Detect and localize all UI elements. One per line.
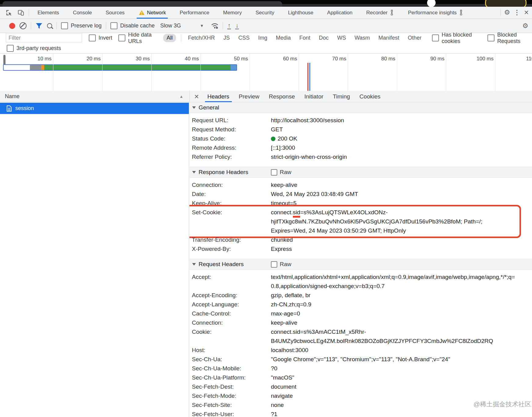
header-value: keep-alive bbox=[271, 180, 515, 190]
header-value: 200 OK bbox=[271, 134, 515, 143]
ruler-tick-label: 20 ms bbox=[87, 56, 101, 62]
clear-icon[interactable] bbox=[20, 22, 27, 29]
checkbox[interactable] bbox=[61, 22, 68, 29]
tab-console[interactable]: Console bbox=[73, 7, 92, 19]
raw-toggle[interactable]: Raw bbox=[271, 261, 291, 268]
browser-tab[interactable] bbox=[2, 1, 282, 7]
section-header-request-headers[interactable]: Request HeadersRaw bbox=[189, 259, 532, 270]
header-value: ?0 bbox=[271, 364, 515, 373]
header-name: Set-Cookie: bbox=[192, 208, 271, 235]
tab-performance-insights[interactable]: Performance insights bbox=[408, 7, 463, 19]
filter-type-font[interactable]: Font bbox=[297, 34, 312, 42]
section-header-response-headers[interactable]: Response HeadersRaw bbox=[189, 167, 532, 178]
tab-sources[interactable]: Sources bbox=[106, 7, 124, 19]
filter-type-fetch-xhr[interactable]: Fetch/XHR bbox=[186, 34, 217, 42]
request-name: session bbox=[15, 105, 34, 112]
header-row: Connection:keep-alive bbox=[189, 180, 532, 190]
header-row: Remote Address:[::1]:3000 bbox=[189, 143, 532, 152]
section-header-general[interactable]: General bbox=[189, 102, 532, 113]
checkbox[interactable] bbox=[271, 169, 277, 176]
preserve-log-checkbox[interactable]: Preserve log bbox=[61, 22, 102, 29]
detail-tab-cookies[interactable]: Cookies bbox=[359, 91, 380, 102]
tab-label: Performance bbox=[180, 10, 209, 16]
tab-label: Recorder bbox=[366, 10, 388, 16]
name-column-header[interactable]: Name ▲ bbox=[0, 91, 189, 102]
section-title: General bbox=[199, 104, 219, 111]
filter-funnel-icon[interactable] bbox=[35, 23, 43, 29]
header-value: ?1 bbox=[271, 410, 515, 417]
device-toolbar-icon[interactable] bbox=[17, 9, 24, 16]
request-row-session[interactable]: session bbox=[0, 103, 189, 114]
tab-memory[interactable]: Memory bbox=[223, 7, 242, 19]
blocked-requests-label: Blocked Requests bbox=[497, 32, 532, 45]
network-settings-gear-icon[interactable]: ⚙ bbox=[522, 23, 528, 29]
third-party-checkbox[interactable]: 3rd-party requests bbox=[7, 45, 61, 52]
header-row: Cache-Control:max-age=0 bbox=[189, 309, 532, 318]
filter-type-manifest[interactable]: Manifest bbox=[377, 34, 401, 42]
tab-lighthouse[interactable]: Lighthouse bbox=[288, 7, 313, 19]
detail-tab-response[interactable]: Response bbox=[269, 91, 295, 102]
record-button[interactable] bbox=[9, 23, 15, 29]
tab-security[interactable]: Security bbox=[256, 7, 274, 19]
header-name: Date: bbox=[192, 190, 271, 199]
network-overview[interactable]: 10 ms20 ms30 ms40 ms50 ms60 ms70 ms80 ms… bbox=[0, 54, 532, 91]
blocked-requests-checkbox[interactable]: Blocked Requests bbox=[487, 32, 532, 45]
divider bbox=[500, 9, 501, 16]
filter-type-all[interactable]: All bbox=[163, 34, 176, 42]
disable-cache-checkbox[interactable]: Disable cache bbox=[110, 22, 155, 29]
detail-tab-timing[interactable]: Timing bbox=[333, 91, 350, 102]
filter-type-img[interactable]: Img bbox=[256, 34, 269, 42]
detail-tab-initiator[interactable]: Initiator bbox=[304, 91, 323, 102]
header-value: "Google Chrome";v="113", "Chromium";v="1… bbox=[271, 355, 515, 364]
export-har-icon[interactable]: ↓ bbox=[235, 22, 239, 29]
filter-type-js[interactable]: JS bbox=[221, 34, 232, 42]
header-value: gzip, deflate, br bbox=[271, 291, 515, 300]
checkbox[interactable] bbox=[89, 34, 96, 41]
settings-gear-icon[interactable]: ⚙ bbox=[504, 9, 510, 16]
checkbox[interactable] bbox=[487, 34, 494, 41]
filter-type-media[interactable]: Media bbox=[274, 34, 293, 42]
search-icon[interactable] bbox=[47, 23, 52, 28]
throttling-select[interactable]: Slow 3G bbox=[160, 23, 181, 29]
detail-tab-preview[interactable]: Preview bbox=[239, 91, 260, 102]
tab-network[interactable]: Network bbox=[138, 7, 166, 19]
checkbox[interactable] bbox=[110, 22, 117, 29]
filter-input[interactable] bbox=[6, 34, 82, 42]
inspect-element-icon[interactable] bbox=[5, 9, 13, 16]
filter-type-doc[interactable]: Doc bbox=[317, 34, 330, 42]
filter-type-other[interactable]: Other bbox=[406, 34, 423, 42]
header-name: Sec-Ch-Ua-Platform: bbox=[192, 373, 271, 382]
request-type-filters: AllFetch/XHRJSCSSImgMediaFontDocWSWasmMa… bbox=[163, 34, 423, 42]
raw-toggle[interactable]: Raw bbox=[271, 169, 291, 176]
watermark: @稀土掘金技术社区 bbox=[473, 400, 531, 408]
tab-recorder[interactable]: Recorder bbox=[366, 7, 394, 19]
filter-type-wasm[interactable]: Wasm bbox=[353, 34, 372, 42]
more-options-icon[interactable]: ⋮ bbox=[514, 9, 520, 16]
has-blocked-cookies-checkbox[interactable]: Has blocked cookies bbox=[432, 32, 481, 45]
filter-type-css[interactable]: CSS bbox=[236, 34, 251, 42]
header-name: Connection: bbox=[192, 318, 271, 327]
close-devtools-icon[interactable]: ✕ bbox=[524, 9, 529, 16]
header-value: connect.sid=s%3AmACC1tM_x5Rhr-B4UMZy9cbw… bbox=[271, 327, 515, 346]
checkbox[interactable] bbox=[118, 34, 125, 41]
header-row: Accept-Encoding:gzip, deflate, br bbox=[189, 291, 532, 300]
header-row: Sec-Fetch-Mode:navigate bbox=[189, 391, 532, 401]
tab-application[interactable]: Application bbox=[327, 7, 352, 19]
invert-checkbox[interactable]: Invert bbox=[89, 34, 112, 41]
filter-type-ws[interactable]: WS bbox=[335, 34, 348, 42]
header-name: Connection: bbox=[192, 180, 271, 190]
tab-performance[interactable]: Performance bbox=[180, 7, 209, 19]
detail-tabs: ✕ HeadersPreviewResponseInitiatorTimingC… bbox=[189, 91, 532, 102]
tab-elements[interactable]: Elements bbox=[38, 7, 59, 19]
import-har-icon[interactable]: ↑ bbox=[227, 22, 231, 29]
detail-tab-headers[interactable]: Headers bbox=[207, 91, 229, 102]
header-name: Referrer Policy: bbox=[192, 152, 271, 162]
hide-data-urls-checkbox[interactable]: Hide data URLs bbox=[118, 32, 158, 45]
checkbox[interactable] bbox=[271, 261, 277, 268]
checkbox[interactable] bbox=[7, 45, 14, 52]
network-conditions-icon[interactable] bbox=[211, 23, 218, 29]
checkbox[interactable] bbox=[432, 34, 439, 41]
close-detail-icon[interactable]: ✕ bbox=[194, 91, 199, 102]
chevron-down-icon[interactable]: ▼ bbox=[200, 23, 204, 28]
header-name: Accept-Language: bbox=[192, 300, 271, 309]
